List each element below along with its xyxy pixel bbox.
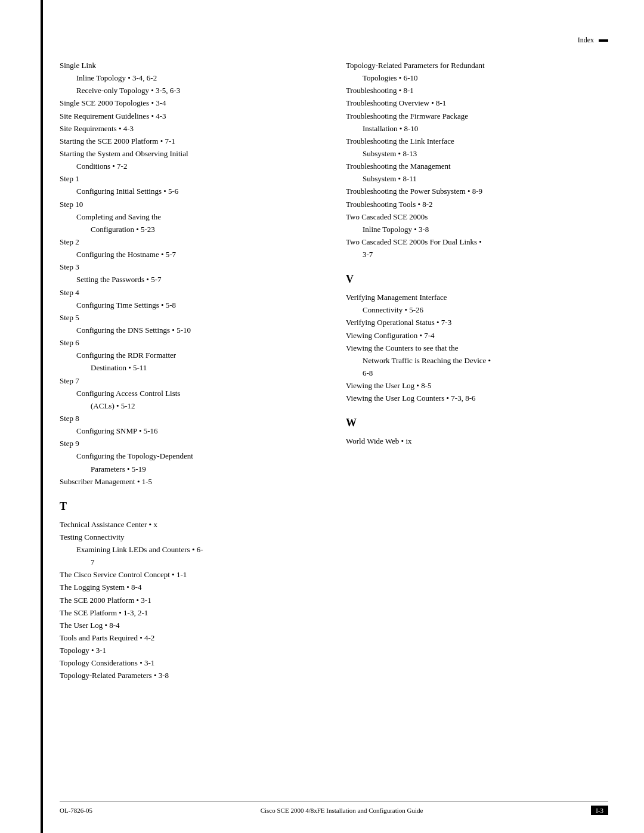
index-item: Topology-Related Parameters • 3-8 <box>60 670 322 682</box>
page-container: Index Single Link Inline Topology • 3-4,… <box>0 0 644 833</box>
index-item: The Logging System • 8-4 <box>60 581 322 593</box>
index-item: Configuring the Topology-Dependent <box>60 450 322 462</box>
index-item: Inline Topology • 3-8 <box>346 224 608 236</box>
index-item: Testing Connectivity <box>60 531 322 543</box>
index-item: 3-7 <box>346 249 608 261</box>
index-item: Viewing the Counters to see that the <box>346 342 608 354</box>
index-item: Viewing the User Log Counters • 7-3, 8-6 <box>346 392 608 404</box>
index-item: Troubleshooting the Management <box>346 160 608 172</box>
index-item: Subsystem • 8-11 <box>346 173 608 185</box>
index-item: Inline Topology • 3-4, 6-2 <box>60 72 322 84</box>
index-item: Completing and Saving the <box>60 211 322 223</box>
index-item: Step 10 <box>60 199 322 210</box>
index-item: Topology-Related Parameters for Redundan… <box>346 60 608 72</box>
index-item: Starting the SCE 2000 Platform • 7-1 <box>60 135 322 147</box>
index-item: Tools and Parts Required • 4-2 <box>60 632 322 644</box>
index-item: Configuring Access Control Lists <box>60 388 322 400</box>
footer-page-number: I-3 <box>596 807 603 814</box>
footer-center-text: Cisco SCE 2000 4/8xFE Installation and C… <box>261 807 423 814</box>
index-item: Site Requirements • 4-3 <box>60 123 322 135</box>
header-index-label: Index <box>578 36 594 45</box>
index-item: Two Cascaded SCE 2000s For Dual Links • <box>346 236 608 248</box>
header: Index <box>578 36 608 45</box>
index-item: Technical Assistance Center • x <box>60 519 322 531</box>
index-item: Verifying Operational Status • 7-3 <box>346 317 608 329</box>
index-item: Configuring the Hostname • 5-7 <box>60 249 322 261</box>
index-item: The SCE Platform • 1-3, 2-1 <box>60 607 322 619</box>
index-item: Subscriber Management • 1-5 <box>60 476 322 488</box>
left-bar <box>41 0 43 833</box>
index-item: Troubleshooting the Link Interface <box>346 135 608 147</box>
index-item: 7 <box>60 556 322 568</box>
index-item: Network Traffic is Reaching the Device • <box>346 355 608 367</box>
index-item: Step 1 <box>60 173 322 185</box>
right-column: Topology-Related Parameters for Redundan… <box>346 60 608 779</box>
index-item: The SCE 2000 Platform • 3-1 <box>60 594 322 606</box>
index-item: Troubleshooting the Firmware Package <box>346 110 608 122</box>
index-item: Single SCE 2000 Topologies • 3-4 <box>60 97 322 109</box>
index-item: Subsystem • 8-13 <box>346 148 608 160</box>
index-item: Troubleshooting the Power Subsystem • 8-… <box>346 185 608 197</box>
index-item: Step 7 <box>60 375 322 387</box>
index-item: Step 8 <box>60 413 322 425</box>
index-item: Step 9 <box>60 438 322 450</box>
footer-right: I-3 <box>591 806 608 815</box>
index-item: Destination • 5-11 <box>60 362 322 374</box>
index-item: Configuring the RDR Formatter <box>60 349 322 361</box>
index-item: Configuration • 5-23 <box>60 224 322 236</box>
index-item: 6-8 <box>346 367 608 379</box>
index-item: Verifying Management Interface <box>346 292 608 304</box>
index-item: Configuring SNMP • 5-16 <box>60 425 322 437</box>
footer: OL-7826-05 Cisco SCE 2000 4/8xFE Install… <box>60 801 608 815</box>
left-column: Single Link Inline Topology • 3-4, 6-2 R… <box>60 60 322 779</box>
index-item: Troubleshooting • 8-1 <box>346 85 608 97</box>
index-item: Viewing Configuration • 7-4 <box>346 330 608 342</box>
index-item: Configuring Initial Settings • 5-6 <box>60 185 322 197</box>
index-item: World Wide Web • ix <box>346 435 608 447</box>
index-item: Installation • 8-10 <box>346 123 608 135</box>
index-item: Examining Link LEDs and Counters • 6- <box>60 544 322 556</box>
index-item: Two Cascaded SCE 2000s <box>346 211 608 223</box>
section-v-header: V <box>346 271 608 288</box>
index-item: Receive-only Topology • 3-5, 6-3 <box>60 85 322 97</box>
index-item: The Cisco Service Control Concept • 1-1 <box>60 569 322 581</box>
index-item: The User Log • 8-4 <box>60 620 322 631</box>
index-item: Troubleshooting Tools • 8-2 <box>346 199 608 210</box>
footer-left-text: OL-7826-05 <box>60 807 92 814</box>
index-item: Step 3 <box>60 261 322 273</box>
index-item: Parameters • 5-19 <box>60 463 322 475</box>
index-item: Site Requirement Guidelines • 4-3 <box>60 110 322 122</box>
index-item: Topology • 3-1 <box>60 645 322 657</box>
index-item: Single Link <box>60 60 322 72</box>
index-item: Configuring Time Settings • 5-8 <box>60 299 322 311</box>
index-item: Topologies • 6-10 <box>346 72 608 84</box>
index-item: Conditions • 7-2 <box>60 160 322 172</box>
index-item: Step 6 <box>60 337 322 349</box>
index-item: Topology Considerations • 3-1 <box>60 657 322 669</box>
section-t-header: T <box>60 498 322 515</box>
index-item: Step 2 <box>60 236 322 248</box>
index-item: Step 4 <box>60 287 322 299</box>
header-black-box <box>599 39 608 42</box>
index-item: Starting the System and Observing Initia… <box>60 148 322 160</box>
footer-right-box: I-3 <box>591 806 608 815</box>
index-item: Connectivity • 5-26 <box>346 304 608 316</box>
index-item: (ACLs) • 5-12 <box>60 400 322 412</box>
section-w-header: W <box>346 415 608 432</box>
index-item: Troubleshooting Overview • 8-1 <box>346 97 608 109</box>
content-area: Single Link Inline Topology • 3-4, 6-2 R… <box>60 60 608 779</box>
index-item: Viewing the User Log • 8-5 <box>346 380 608 392</box>
index-item: Setting the Passwords • 5-7 <box>60 274 322 286</box>
index-item: Configuring the DNS Settings • 5-10 <box>60 324 322 336</box>
index-item: Step 5 <box>60 312 322 324</box>
